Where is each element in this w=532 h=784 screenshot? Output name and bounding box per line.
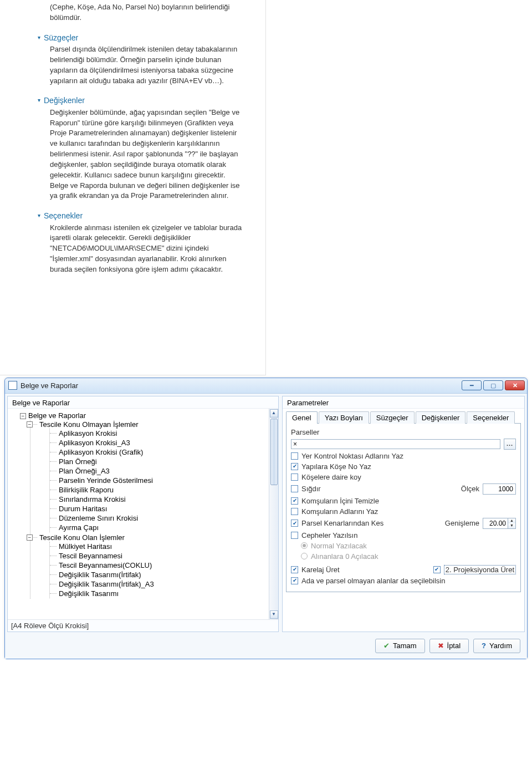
label-sigdir: Sığdır [301, 485, 458, 493]
tree-item[interactable]: Düzenleme Sınırı Krokisi [50, 513, 278, 523]
label-yer-kontrol: Yer Kontrol Noktası Adlarını Yaz [301, 452, 403, 460]
spinner-down-icon[interactable]: ▼ [508, 523, 515, 528]
chevron-down-icon: ▾ [38, 96, 40, 105]
parameters-header: Parametreler [283, 396, 524, 409]
doc-section-suzgecler-title[interactable]: ▾ Süzgeçler [38, 32, 265, 43]
help-icon: ? [482, 642, 486, 650]
tree-item[interactable]: Sınırlandırma Krokisi [50, 495, 278, 504]
cancel-button[interactable]: ✖ İptal [429, 639, 469, 653]
label-yapilara-kose: Yapılara Köşe No Yaz [301, 462, 371, 471]
tree-item[interactable]: Değişiklik Tasarımı(İrtifak)_A3 [50, 579, 278, 589]
tree-root-label: Belge ve Raporlar [28, 411, 86, 420]
tree-root[interactable]: −Belge ve Raporlar − Tescile Konu Olmaya… [11, 411, 278, 599]
tree-item[interactable]: Plan Örneği [50, 457, 278, 466]
checkbox-yapilara-kose[interactable]: ✔ [291, 463, 298, 470]
genisleme-input[interactable] [483, 518, 508, 528]
checkbox-cepheler[interactable] [291, 532, 298, 539]
label-koselere-daire: Köşelere daire koy [301, 473, 361, 481]
chevron-down-icon: ▾ [38, 212, 40, 220]
tree-item[interactable]: Ayırma Çapı [50, 523, 278, 532]
checkbox-projeksiyon[interactable]: ✔ [433, 566, 441, 573]
tree-item[interactable]: Aplikasyon Krokisi [50, 429, 278, 438]
doc-section-suzgecler-body: Parsel dışında ölçülendirilmek istenilen… [0, 44, 265, 86]
tree-item[interactable]: Tescil Beyannamesi(COKLU) [50, 561, 278, 570]
collapse-icon[interactable]: − [27, 534, 33, 541]
ok-button[interactable]: ✔ Tamam [375, 639, 425, 653]
status-bar: [A4 Röleve Ölçü Krokisi] [8, 619, 278, 632]
label-cepheler: Cepheler Yazılsın [301, 531, 357, 539]
label-komsu-adlari: Komşuların Adlarını Yaz [301, 507, 378, 516]
titlebar[interactable]: Belge ve Raporlar ━ ▢ ✕ [5, 378, 527, 394]
checkbox-yer-kontrol[interactable] [291, 452, 298, 460]
checkbox-sigdir[interactable] [291, 485, 298, 492]
label-karelaj: Karelaj Üret [301, 566, 430, 574]
checkbox-ada-parsel[interactable]: ✔ [291, 577, 298, 584]
tree-item[interactable]: Bilirkişilik Raporu [50, 485, 278, 495]
minimize-button[interactable]: ━ [462, 380, 482, 390]
checkbox-parsel-kenar[interactable]: ✔ [291, 520, 298, 527]
tree-item[interactable]: Değişiklik Tasarımı(İrtifak) [50, 570, 278, 579]
checkbox-komsu-adlari[interactable] [291, 508, 298, 515]
tab-yazi-boylari[interactable]: Yazı Boyları [319, 411, 369, 424]
button-bar: ✔ Tamam ✖ İptal ? Yardım [5, 634, 527, 659]
checkbox-koselere-daire[interactable] [291, 474, 298, 481]
tab-bar: Genel Yazı Boyları Süzgeçler Değişkenler… [286, 411, 524, 423]
radio-normal-yazilacak [301, 542, 308, 549]
collapse-icon[interactable]: − [27, 421, 33, 427]
tree-group-label: Tescile Konu Olmayan İşlemler [39, 420, 138, 429]
tree-item[interactable]: Aplikasyon Krokisi (Grafik) [50, 447, 278, 457]
olcek-input[interactable] [483, 483, 516, 495]
doc-section-secenekler-body: Krokilerde alınması istenilen ek çizelge… [0, 223, 265, 275]
tab-secenekler[interactable]: Seçenekler [467, 411, 515, 424]
maximize-button[interactable]: ▢ [483, 380, 503, 390]
parseller-input[interactable] [291, 439, 500, 449]
label-komsu-temizle: Komşuların İçini Temizle [301, 497, 379, 505]
tree-item[interactable]: Durum Haritası [50, 504, 278, 513]
tree-item[interactable]: Değişiklik Tasarımı [50, 589, 278, 598]
checkbox-komsu-temizle[interactable]: ✔ [291, 497, 298, 505]
belge-raporlar-dialog: Belge ve Raporlar ━ ▢ ✕ Belge ve Raporla… [4, 378, 528, 659]
ok-button-label: Tamam [393, 642, 417, 650]
chevron-down-icon: ▾ [38, 34, 40, 42]
doc-title-text: Seçenekler [44, 210, 83, 221]
parseller-browse-button[interactable]: ... [504, 439, 516, 450]
tree-item[interactable]: Tescil Beyannamesi [50, 551, 278, 561]
app-icon [8, 381, 17, 390]
close-button[interactable]: ✕ [505, 380, 525, 390]
spinner-up-icon[interactable]: ▲ [508, 518, 515, 523]
collapse-icon[interactable]: − [20, 413, 26, 419]
genisleme-spinner[interactable]: ▲ ▼ [483, 518, 516, 529]
label-genisleme: Genişleme [445, 519, 479, 527]
check-icon: ✔ [383, 642, 390, 650]
tree-group[interactable]: − Tescile Konu Olan İşlemler Mülkiyet Ha… [30, 533, 278, 599]
parseller-label: Parseller [291, 428, 516, 436]
checkbox-karelaj[interactable]: ✔ [291, 566, 298, 573]
scroll-up-button[interactable]: ▲ [270, 409, 278, 418]
scroll-thumb[interactable] [270, 419, 278, 485]
tree-item[interactable]: Parselin Yerinde Gösterilmesi [50, 476, 278, 485]
tree-item[interactable]: Plan Örneği_A3 [50, 466, 278, 476]
scroll-down-button[interactable]: ▼ [270, 610, 278, 619]
tree-item[interactable]: Mülkiyet Haritası [50, 542, 278, 551]
tree-scroll-area[interactable]: −Belge ve Raporlar − Tescile Konu Olmaya… [8, 409, 278, 619]
label-projeksiyon: 2. Projeksiyonda Üret [444, 565, 516, 574]
doc-section-secenekler-title[interactable]: ▾ Seçenekler [38, 210, 265, 221]
doc-section-degiskenler-title[interactable]: ▾ Değişkenler [38, 95, 265, 106]
tree-pane-header: Belge ve Raporlar [8, 396, 278, 409]
help-button[interactable]: ? Yardım [473, 639, 520, 653]
tab-genel[interactable]: Genel [286, 411, 318, 424]
help-button-label: Yardım [489, 642, 512, 650]
tree-pane: Belge ve Raporlar −Belge ve Raporlar − T… [7, 396, 279, 632]
tab-suzgecler[interactable]: Süzgeçler [370, 411, 415, 424]
cancel-button-label: İptal [447, 642, 461, 650]
tree-item[interactable]: Aplikasyon Krokisi_A3 [50, 438, 278, 447]
close-icon: ✖ [438, 642, 444, 650]
documentation-pane: (Cephe, Köşe, Ada No, Parsel No) boyları… [0, 0, 266, 375]
doc-section-degiskenler-body: Değişkenler bölümünde, ağaç yapısından s… [0, 108, 265, 202]
tab-genel-content: Parseller ... Yer Kontrol Noktası Adları… [286, 423, 521, 592]
tab-degiskenler[interactable]: Değişkenler [416, 411, 466, 424]
tree-group[interactable]: − Tescile Konu Olmayan İşlemler Aplikasy… [30, 420, 278, 533]
radio-alinanlara-0 [301, 553, 308, 559]
scrollbar[interactable]: ▲ ▼ [269, 409, 278, 619]
parameters-pane: Parametreler Genel Yazı Boyları Süzgeçle… [282, 396, 525, 632]
